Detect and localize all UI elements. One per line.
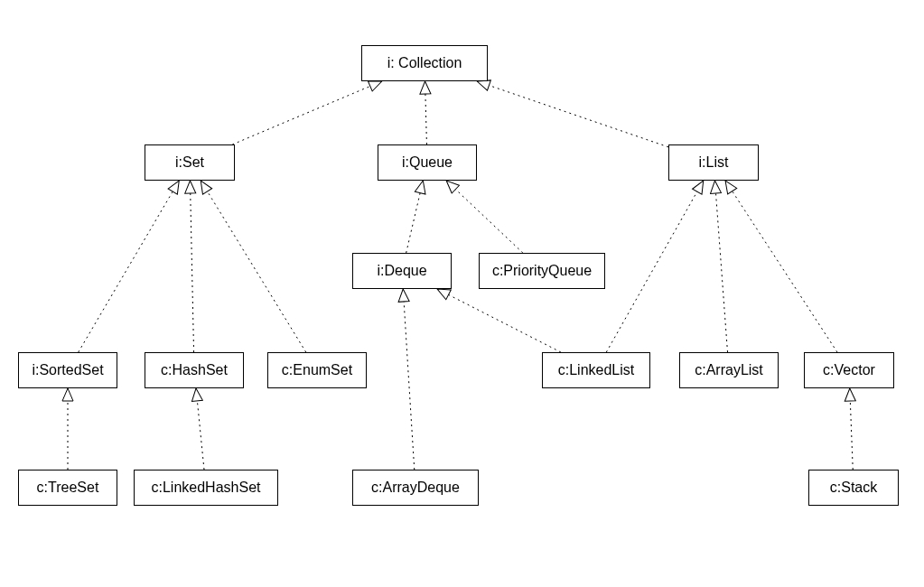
node-label: c:Vector [823,363,875,377]
node-set: i:Set [145,144,235,181]
edge-priorityqueue-to-queue [446,181,523,253]
node-label: c:ArrayList [695,363,763,377]
node-sortedset: i:SortedSet [18,352,117,388]
edge-linkedlist-to-list [606,181,703,352]
edge-vector-to-list [725,181,837,352]
node-treeset: c:TreeSet [18,470,117,506]
node-collection: i: Collection [361,45,488,81]
edge-hashset-to-set [190,181,193,352]
node-label: i:Deque [377,264,426,278]
edge-enumset-to-set [201,181,305,352]
node-arraydeque: c:ArrayDeque [352,470,479,506]
node-label: c:PriorityQueue [492,264,592,278]
node-label: i:SortedSet [32,363,103,377]
node-label: c:TreeSet [37,480,99,495]
node-priorityqueue: c:PriorityQueue [479,253,605,289]
node-label: i:List [699,155,729,170]
edge-arraylist-to-list [714,181,727,352]
edge-arraydeque-to-deque [403,289,415,470]
node-label: c:EnumSet [282,363,352,377]
edge-set-to-collection [232,81,381,144]
node-label: i:Queue [402,155,453,170]
edge-list-to-collection [477,81,668,147]
node-label: i: Collection [387,56,462,70]
node-hashset: c:HashSet [145,352,244,388]
edge-stack-to-vector [850,388,853,470]
node-label: c:Stack [830,480,877,495]
node-linkedlist: c:LinkedList [542,352,650,388]
node-list: i:List [668,144,759,181]
node-linkedhashset: c:LinkedHashSet [134,470,278,506]
diagram-canvas: i: Collection i:Set i:Queue i:List i:Deq… [0,0,924,587]
node-enumset: c:EnumSet [267,352,367,388]
node-label: c:HashSet [161,363,228,377]
edge-sortedset-to-set [79,181,180,352]
node-vector: c:Vector [804,352,894,388]
node-label: c:LinkedHashSet [152,480,261,495]
node-queue: i:Queue [378,144,477,181]
edge-linkedlist-to-deque [437,289,561,352]
node-label: c:ArrayDeque [371,480,460,495]
edge-linkedhashset-to-hashset [196,388,204,470]
node-stack: c:Stack [808,470,899,506]
node-label: i:Set [175,155,204,170]
edge-deque-to-queue [406,181,424,253]
node-arraylist: c:ArrayList [679,352,779,388]
edge-queue-to-collection [425,81,427,144]
node-deque: i:Deque [352,253,452,289]
node-label: c:LinkedList [558,363,635,377]
